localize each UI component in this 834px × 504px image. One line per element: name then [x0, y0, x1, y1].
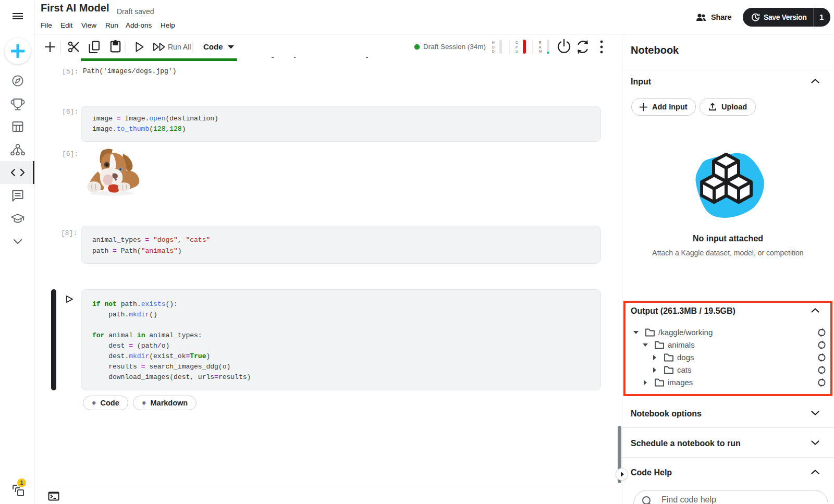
svg-text:animals: animals — [668, 340, 695, 349]
svg-text:dogs: dogs — [677, 353, 694, 362]
svg-text:/kaggle/working: /kaggle/working — [658, 328, 713, 337]
svg-text:images: images — [668, 378, 693, 387]
svg-text:cats: cats — [677, 365, 692, 374]
